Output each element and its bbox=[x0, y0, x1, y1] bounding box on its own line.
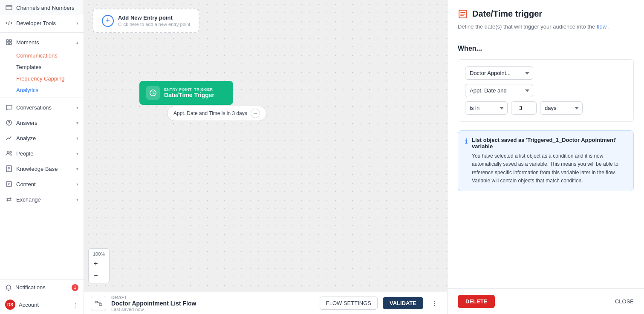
sidebar-item-answers[interactable]: Answers ▾ bbox=[0, 115, 84, 130]
info-icon: ℹ bbox=[465, 137, 468, 185]
condition-pill[interactable]: Appt. Date and Time is in 3 days → bbox=[167, 106, 266, 121]
channels-icon bbox=[5, 4, 13, 12]
panel-header: Date/Time trigger Define the date(s) tha… bbox=[448, 0, 644, 36]
panel-body: When... Doctor Appoint... Appt. Date and… bbox=[448, 36, 644, 288]
sidebar-sub-frequency-capping[interactable]: Frequency Capping bbox=[16, 73, 84, 84]
bottom-more-button[interactable]: ⋮ bbox=[428, 297, 440, 309]
sidebar-sub-communications[interactable]: Communications bbox=[16, 50, 84, 61]
exchange-icon bbox=[5, 196, 13, 203]
conversations-chevron: ▾ bbox=[76, 105, 78, 110]
svg-point-9 bbox=[7, 151, 9, 153]
sidebar-item-developer-tools[interactable]: Developer Tools ▾ bbox=[0, 15, 84, 31]
people-chevron: ▾ bbox=[76, 151, 78, 156]
condition-arrow-icon: → bbox=[251, 109, 260, 118]
sidebar-item-moments[interactable]: Moments ▴ bbox=[0, 35, 84, 50]
panel-footer: DELETE CLOSE bbox=[448, 288, 644, 314]
moments-chevron: ▴ bbox=[76, 40, 78, 45]
panel-title: Date/Time trigger bbox=[472, 9, 542, 19]
svg-rect-20 bbox=[99, 304, 102, 305]
trigger-node[interactable]: ENTRY POINT: TRIGGER Date/Time Trigger bbox=[139, 81, 233, 105]
svg-rect-5 bbox=[6, 43, 9, 45]
condition-unit-select[interactable]: days bbox=[540, 101, 583, 115]
condition-pill-text: Appt. Date and Time is in 3 days bbox=[173, 110, 247, 116]
content-chevron: ▾ bbox=[76, 182, 78, 187]
flow-settings-button[interactable]: FLOW SETTINGS bbox=[320, 297, 378, 310]
sidebar-item-content[interactable]: Content ▾ bbox=[0, 176, 84, 192]
sidebar-item-people[interactable]: People ▾ bbox=[0, 146, 84, 161]
zoom-out-button[interactable]: − bbox=[90, 270, 101, 281]
condition-row-field: Appt. Date and bbox=[465, 84, 627, 97]
condition-row-list: Doctor Appoint... bbox=[465, 66, 627, 80]
notifications-icon bbox=[5, 284, 12, 291]
delete-button[interactable]: DELETE bbox=[458, 295, 495, 308]
sidebar-item-knowledge-base[interactable]: Knowledge Base ▾ bbox=[0, 161, 84, 176]
bottom-bar: DRAFT Doctor Appointment List Flow Last … bbox=[84, 292, 447, 314]
sidebar-item-conversations[interactable]: Conversations ▾ bbox=[0, 100, 84, 115]
analyze-chevron: ▾ bbox=[76, 136, 78, 141]
sidebar-item-notifications[interactable]: Notifications 1 bbox=[0, 279, 84, 295]
condition-row-operator: is in days bbox=[465, 101, 627, 115]
svg-point-10 bbox=[10, 151, 12, 153]
entry-plus-icon: + bbox=[102, 15, 114, 27]
account-more-icon[interactable]: ⋮ bbox=[73, 302, 78, 308]
content-icon bbox=[5, 180, 13, 188]
sidebar-divider-2 bbox=[0, 98, 84, 98]
svg-rect-19 bbox=[95, 301, 98, 303]
svg-line-2 bbox=[9, 21, 9, 25]
answers-chevron: ▾ bbox=[76, 121, 78, 125]
close-button[interactable]: CLOSE bbox=[615, 298, 634, 305]
sidebar-item-account[interactable]: DS Account ⋮ bbox=[0, 295, 84, 314]
sidebar-item-channels[interactable]: Channels and Numbers bbox=[0, 0, 84, 15]
panel-description: Define the date(s) that will trigger you… bbox=[458, 23, 634, 31]
analyze-icon bbox=[5, 134, 13, 142]
flow-icon bbox=[91, 296, 106, 311]
knowledge-base-chevron: ▾ bbox=[76, 167, 78, 171]
zoom-controls: 100% + − bbox=[88, 248, 110, 283]
flow-canvas[interactable]: + Add New Entry point Click here to add … bbox=[84, 0, 447, 292]
sidebar-moments-sub: Communications Templates Frequency Cappi… bbox=[0, 50, 84, 96]
sidebar-sub-templates[interactable]: Templates bbox=[16, 61, 84, 73]
condition-list-select[interactable]: Doctor Appoint... bbox=[465, 66, 533, 80]
right-panel: Date/Time trigger Define the date(s) tha… bbox=[447, 0, 644, 314]
sidebar-item-analyze[interactable]: Analyze ▾ bbox=[0, 130, 84, 146]
svg-rect-15 bbox=[6, 181, 12, 187]
notification-badge: 1 bbox=[72, 284, 78, 291]
account-avatar: DS bbox=[5, 300, 15, 310]
main-area: + Add New Entry point Click here to add … bbox=[84, 0, 447, 314]
knowledge-base-icon bbox=[5, 165, 13, 173]
info-box: ℹ List object saved as 'Triggered_1_Doct… bbox=[458, 130, 634, 191]
condition-number-input[interactable] bbox=[511, 101, 537, 115]
trigger-panel-icon bbox=[458, 9, 468, 19]
condition-operator-select[interactable]: is in bbox=[465, 101, 508, 115]
flow-info: DRAFT Doctor Appointment List Flow Last … bbox=[111, 295, 315, 312]
moments-icon bbox=[5, 38, 13, 46]
sidebar-item-exchange[interactable]: Exchange ▾ bbox=[0, 192, 84, 207]
zoom-level: 100% bbox=[90, 251, 107, 257]
panel-title-row: Date/Time trigger bbox=[458, 9, 634, 19]
condition-field-select[interactable]: Appt. Date and bbox=[465, 84, 533, 97]
svg-rect-4 bbox=[9, 40, 12, 42]
exchange-chevron: ▾ bbox=[76, 197, 78, 202]
add-entry-point[interactable]: + Add New Entry point Click here to add … bbox=[92, 9, 199, 33]
conversations-icon bbox=[5, 104, 13, 111]
svg-point-8 bbox=[9, 124, 9, 125]
entry-add-text: Add New Entry point Click here to add a … bbox=[118, 14, 190, 27]
svg-rect-6 bbox=[9, 43, 12, 45]
sidebar-divider-1 bbox=[0, 32, 84, 33]
svg-rect-0 bbox=[6, 6, 12, 10]
sidebar: Channels and Numbers Developer Tools ▾ M… bbox=[0, 0, 84, 314]
panel-desc-link[interactable]: flow bbox=[597, 23, 606, 30]
sidebar-bottom: Notifications 1 DS Account ⋮ bbox=[0, 279, 84, 314]
sidebar-sub-analytics[interactable]: Analytics bbox=[16, 84, 84, 96]
validate-button[interactable]: VALIDATE bbox=[383, 297, 423, 309]
condition-builder: Doctor Appoint... Appt. Date and is in d… bbox=[458, 59, 634, 122]
developer-tools-chevron: ▾ bbox=[76, 21, 78, 26]
answers-icon bbox=[5, 119, 13, 127]
svg-rect-3 bbox=[6, 40, 9, 42]
people-icon bbox=[5, 150, 13, 157]
when-label: When... bbox=[458, 45, 634, 52]
trigger-node-icon bbox=[146, 86, 160, 100]
developer-tools-icon bbox=[5, 19, 13, 27]
zoom-in-button[interactable]: + bbox=[90, 258, 101, 269]
trigger-node-text: ENTRY POINT: TRIGGER Date/Time Trigger bbox=[164, 87, 214, 98]
